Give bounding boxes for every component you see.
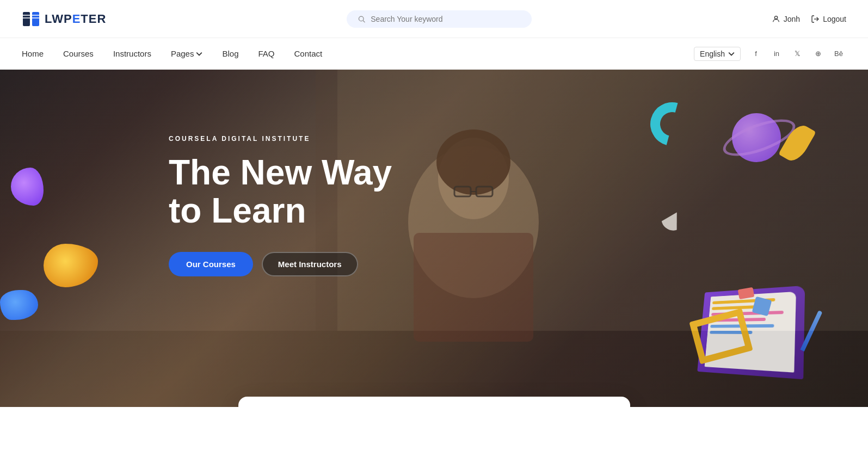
svg-rect-1 [32,12,39,26]
our-courses-button[interactable]: Our Courses [169,252,253,276]
logo-text-rest: TER [81,12,106,26]
logo-text-accent: E [72,12,81,26]
nav-item-home[interactable]: Home [22,49,44,59]
nav-link-pages[interactable]: Pages [171,49,194,58]
nav-link-contact[interactable]: Contact [294,49,323,58]
search-bar[interactable] [347,10,532,28]
search-input[interactable] [371,15,520,23]
logo-icon [22,10,40,28]
globe-icon[interactable]: ⊕ [810,46,826,61]
svg-line-7 [363,20,365,22]
language-label: English [700,50,725,58]
svg-point-16 [436,129,510,195]
topbar: LWPETER Jonh Logout [0,0,868,38]
hero-title-line2: to Learn [169,191,306,230]
twitter-icon[interactable]: 𝕏 [790,46,805,61]
topbar-right: Jonh Logout [772,15,846,23]
user-icon [772,15,780,23]
nav-link-instructors[interactable]: Instructors [113,49,151,58]
nav-right: English f in 𝕏 ⊕ Bē [694,46,846,61]
nav-item-courses[interactable]: Courses [63,49,94,59]
dream-course-card: Find Your Dream Course [238,397,630,407]
student-figure-svg [0,70,868,407]
meet-instructors-button[interactable]: Meet Instructors [262,252,358,276]
svg-point-6 [359,16,364,21]
hero-title: The New Way to Learn [169,153,392,230]
hero-section: COURSELA DIGITAL INSTITUTE The New Way t… [0,70,868,407]
search-icon [358,15,366,23]
logo-text-lw: LWP [45,12,72,26]
svg-point-8 [774,16,777,18]
user-name: Jonh [784,15,800,23]
logout-label: Logout [823,15,846,23]
nav-item-blog[interactable]: Blog [222,49,238,59]
logout-icon [811,15,820,23]
user-info[interactable]: Jonh [772,15,800,23]
navbar: Home Courses Instructors Pages Blog FAQ … [0,38,868,70]
hero-content: COURSELA DIGITAL INSTITUTE The New Way t… [169,135,392,276]
nav-link-blog[interactable]: Blog [222,49,238,58]
nav-item-pages[interactable]: Pages [171,49,203,58]
social-icons: f in 𝕏 ⊕ Bē [748,46,846,61]
lang-chevron-icon [728,51,735,57]
hero-buttons: Our Courses Meet Instructors [169,252,392,276]
nav-item-contact[interactable]: Contact [294,49,323,59]
nav-item-faq[interactable]: FAQ [258,49,274,59]
hero-title-line1: The New Way [169,153,392,192]
language-selector[interactable]: English [694,47,741,61]
svg-rect-0 [23,12,30,26]
svg-rect-17 [414,233,533,342]
nav-link-home[interactable]: Home [22,49,44,58]
nav-link-courses[interactable]: Courses [63,49,94,58]
brand-logo[interactable]: LWPETER [22,10,106,28]
nav-item-instructors[interactable]: Instructors [113,49,151,59]
chevron-down-icon [196,51,202,57]
nav-links: Home Courses Instructors Pages Blog FAQ … [22,49,322,59]
nav-link-faq[interactable]: FAQ [258,49,274,58]
logout-button[interactable]: Logout [811,15,846,23]
facebook-icon[interactable]: f [748,46,764,61]
linkedin-icon[interactable]: in [769,46,784,61]
behance-icon[interactable]: Bē [831,46,846,61]
hero-subtitle: COURSELA DIGITAL INSTITUTE [169,135,392,143]
